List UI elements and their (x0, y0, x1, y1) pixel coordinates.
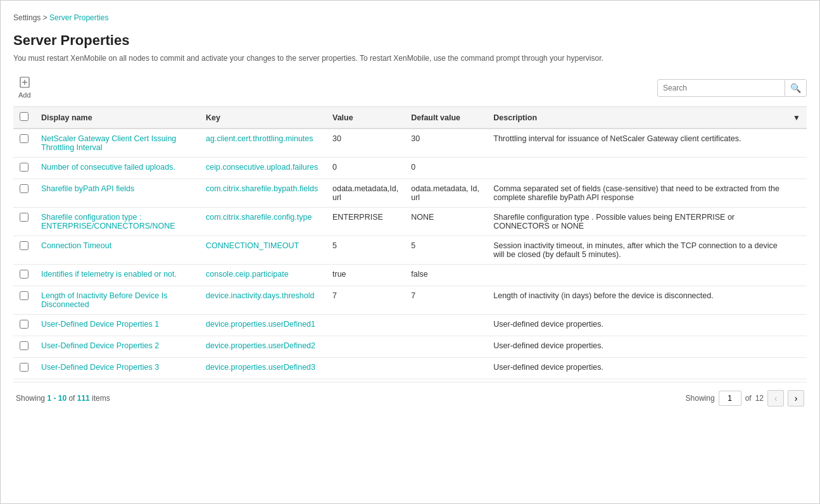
row-select-checkbox[interactable] (20, 341, 28, 350)
add-icon (19, 77, 30, 90)
footer-total: 111 (77, 394, 90, 403)
row-name-link[interactable]: Identifies if telemetry is enabled or no… (41, 270, 177, 279)
row-select-checkbox[interactable] (20, 184, 28, 193)
row-description: Sharefile configuration type . Possible … (487, 208, 786, 236)
row-select-checkbox[interactable] (20, 363, 28, 372)
row-checkbox (13, 358, 35, 379)
row-key: device.properties.userDefined3 (199, 358, 326, 379)
row-description: Session inactivity timeout, in minutes, … (487, 236, 786, 265)
table-header: Display name Key Value Default value Des… (13, 107, 807, 129)
row-name-link[interactable]: User-Defined Device Properties 3 (41, 363, 159, 372)
prev-page-button[interactable]: ‹ (767, 390, 784, 406)
row-description: Comma separated set of fields (case-sens… (487, 179, 786, 208)
row-default: 7 (405, 286, 487, 315)
breadcrumb-separator: > (43, 13, 49, 22)
row-name: Connection Timeout (35, 236, 199, 265)
col-header-key: Key (199, 107, 326, 129)
row-action (786, 286, 807, 315)
row-value: true (326, 265, 405, 286)
row-value: odata.metadata,Id, url (326, 179, 405, 208)
breadcrumb-current[interactable]: Server Properties (49, 13, 108, 22)
table-body: NetScaler Gateway Client Cert Issuing Th… (13, 129, 807, 379)
row-key: com.citrix.sharefile.bypath.fields (199, 179, 326, 208)
table-row: NetScaler Gateway Client Cert Issuing Th… (13, 129, 807, 158)
row-value (326, 358, 405, 379)
col-header-checkbox (13, 107, 35, 129)
row-checkbox (13, 129, 35, 158)
row-checkbox (13, 179, 35, 208)
col-header-chevron: ▼ (786, 107, 807, 129)
row-name: Number of consecutive failed uploads. (35, 158, 199, 179)
table-row: Number of consecutive failed uploads. ce… (13, 158, 807, 179)
table-row: User-Defined Device Properties 1 device.… (13, 315, 807, 336)
col-header-default: Default value (405, 107, 487, 129)
search-icon: 🔍 (790, 83, 801, 93)
row-name-link[interactable]: User-Defined Device Properties 2 (41, 341, 159, 350)
row-value: ENTERPRISE (326, 208, 405, 236)
row-name: User-Defined Device Properties 1 (35, 315, 199, 336)
select-all-checkbox[interactable] (20, 112, 28, 121)
search-input[interactable] (658, 81, 785, 95)
add-button[interactable]: Add (13, 74, 36, 101)
row-name-link[interactable]: Length of Inactivity Before Device Is Di… (41, 291, 167, 309)
footer-of-label: of (745, 394, 752, 403)
row-select-checkbox[interactable] (20, 163, 28, 172)
row-name: Length of Inactivity Before Device Is Di… (35, 286, 199, 315)
row-name: NetScaler Gateway Client Cert Issuing Th… (35, 129, 199, 158)
table-row: User-Defined Device Properties 3 device.… (13, 358, 807, 379)
row-name: User-Defined Device Properties 3 (35, 358, 199, 379)
row-name: User-Defined Device Properties 2 (35, 336, 199, 358)
row-key: console.ceip.participate (199, 265, 326, 286)
search-box: 🔍 (657, 79, 807, 97)
row-checkbox (13, 236, 35, 265)
table-row: Sharefile byPath API fields com.citrix.s… (13, 179, 807, 208)
page-wrapper: Settings > Server Properties Server Prop… (1, 1, 819, 415)
row-select-checkbox[interactable] (20, 320, 28, 329)
row-description (487, 265, 786, 286)
row-name-link[interactable]: Sharefile configuration type : ENTERPRIS… (41, 213, 175, 230)
row-name-link[interactable]: Connection Timeout (41, 241, 111, 250)
row-value: 7 (326, 286, 405, 315)
row-select-checkbox[interactable] (20, 134, 28, 143)
search-button[interactable]: 🔍 (785, 79, 806, 97)
row-select-checkbox[interactable] (20, 291, 28, 300)
row-select-checkbox[interactable] (20, 241, 28, 250)
table-row: Identifies if telemetry is enabled or no… (13, 265, 807, 286)
footer-range: 1 - 10 (47, 394, 66, 403)
col-header-description: Description (487, 107, 786, 129)
page-number-input[interactable] (719, 391, 741, 406)
row-value: 0 (326, 158, 405, 179)
row-value: 30 (326, 129, 405, 158)
row-name: Sharefile byPath API fields (35, 179, 199, 208)
add-label: Add (18, 91, 31, 99)
footer-showing: Showing 1 - 10 of 111 items (16, 394, 110, 403)
breadcrumb-parent[interactable]: Settings (13, 13, 41, 22)
table-row: Length of Inactivity Before Device Is Di… (13, 286, 807, 315)
footer-total-pages: 12 (755, 394, 764, 403)
footer-items-suffix: items (90, 394, 110, 403)
row-action (786, 265, 807, 286)
row-checkbox (13, 286, 35, 315)
row-default: 5 (405, 236, 487, 265)
row-select-checkbox[interactable] (20, 270, 28, 279)
toolbar: Add 🔍 (13, 74, 807, 101)
row-name-link[interactable]: User-Defined Device Properties 1 (41, 320, 159, 329)
row-name-link[interactable]: NetScaler Gateway Client Cert Issuing Th… (41, 134, 176, 152)
footer-showing-prefix: Showing (16, 394, 47, 403)
next-page-button[interactable]: › (788, 390, 804, 406)
row-default: 0 (405, 158, 487, 179)
column-filter-icon[interactable]: ▼ (793, 113, 800, 122)
row-action (786, 129, 807, 158)
row-checkbox (13, 315, 35, 336)
row-action (786, 358, 807, 379)
col-header-name: Display name (35, 107, 199, 129)
row-name-link[interactable]: Number of consecutive failed uploads. (41, 163, 175, 172)
row-value: 5 (326, 236, 405, 265)
row-name-link[interactable]: Sharefile byPath API fields (41, 184, 134, 193)
toolbar-left: Add (13, 74, 36, 101)
row-key: device.properties.userDefined1 (199, 315, 326, 336)
footer-page-label: Showing (686, 394, 715, 403)
row-value (326, 315, 405, 336)
row-select-checkbox[interactable] (20, 213, 28, 222)
row-key: device.properties.userDefined2 (199, 336, 326, 358)
